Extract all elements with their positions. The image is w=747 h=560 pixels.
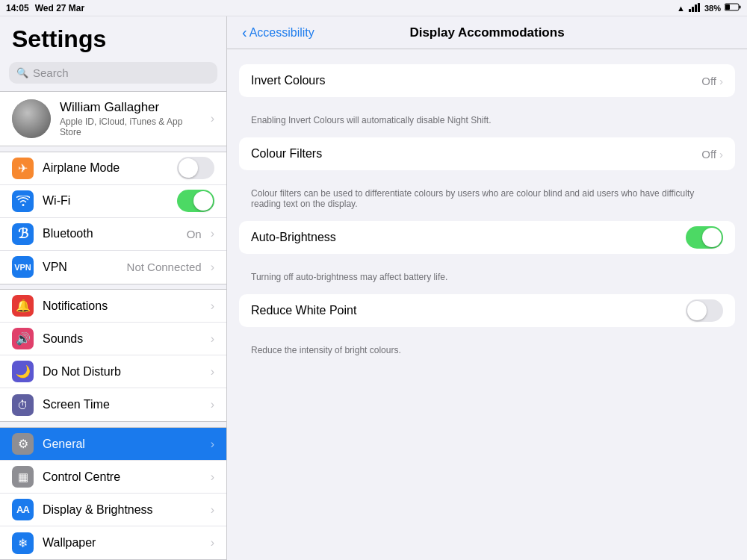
svg-rect-6 — [725, 4, 730, 10]
sidebar-item-wifi[interactable]: Wi-Fi — [0, 185, 226, 218]
general-group: ⚙ General › ▦ Control Centre › AA Displa… — [0, 427, 226, 560]
sidebar-divider-3 — [0, 422, 226, 427]
auto-brightness-label: Auto-Brightness — [251, 222, 677, 253]
sidebar-item-wallpaper[interactable]: ❄ Wallpaper › — [0, 526, 226, 559]
content-scroll: Invert Colours Off › Enabling Invert Col… — [227, 49, 747, 560]
invert-colours-value: Off › — [701, 75, 723, 87]
reduce-white-point-label: Reduce White Point — [251, 295, 677, 326]
bluetooth-chevron: › — [211, 227, 214, 240]
bluetooth-icon: ℬ — [12, 223, 34, 245]
wifi-toggle[interactable] — [177, 190, 214, 212]
battery-icon — [725, 3, 741, 13]
wifi-label: Wi-Fi — [43, 194, 168, 208]
displaybrightness-icon: AA — [12, 499, 34, 520]
connectivity-group: ✈ Airplane Mode Wi-Fi ℬ — [0, 152, 226, 284]
colour-filters-row[interactable]: Colour Filters Off › — [239, 137, 735, 170]
airplane-icon: ✈ — [12, 158, 34, 179]
wallpaper-chevron: › — [211, 536, 214, 550]
profile-chevron: › — [211, 112, 214, 125]
general-icon: ⚙ — [12, 433, 34, 455]
colour-filters-note: Colour filters can be used to differenti… — [239, 185, 735, 221]
reduce-white-point-group: Reduce White Point — [239, 294, 735, 327]
controlcentre-chevron: › — [211, 470, 214, 484]
auto-brightness-toggle[interactable] — [686, 226, 723, 249]
sidebar-item-notifications[interactable]: 🔔 Notifications › — [0, 290, 226, 323]
svg-rect-2 — [695, 4, 697, 12]
battery-percent: 38% — [704, 4, 721, 13]
sidebar-item-controlcentre[interactable]: ▦ Control Centre › — [0, 461, 226, 494]
notifications-label: Notifications — [43, 299, 202, 313]
sounds-chevron: › — [211, 332, 214, 346]
wallpaper-label: Wallpaper — [43, 536, 202, 550]
signal-icon — [689, 3, 701, 13]
sounds-icon: 🔊 — [12, 328, 34, 349]
colour-filters-value: Off › — [701, 148, 723, 161]
status-bar: 14:05 Wed 27 Mar ▲ 38% — [0, 0, 747, 16]
notifications-chevron: › — [211, 299, 214, 313]
vpn-label: VPN — [43, 261, 118, 274]
vpn-value: Not Connected — [127, 261, 202, 273]
displaybrightness-label: Display & Brightness — [43, 503, 202, 517]
sidebar-item-vpn[interactable]: VPN VPN Not Connected › — [0, 251, 226, 284]
avatar — [12, 99, 51, 138]
sidebar-item-airplane[interactable]: ✈ Airplane Mode — [0, 152, 226, 185]
bluetooth-label: Bluetooth — [43, 227, 178, 240]
sidebar-item-bluetooth[interactable]: ℬ Bluetooth On › — [0, 218, 226, 251]
sidebar-item-donotdisturb[interactable]: 🌙 Do Not Disturb › — [0, 355, 226, 388]
search-container[interactable]: 🔍 Search — [0, 59, 226, 91]
svg-rect-3 — [698, 3, 700, 12]
settings-title: Settings — [0, 16, 226, 59]
invert-colours-group: Invert Colours Off › — [239, 64, 735, 97]
sidebar-divider-1 — [0, 146, 226, 152]
profile-row[interactable]: William Gallagher Apple ID, iCloud, iTun… — [0, 91, 226, 146]
back-label: Accessibility — [249, 26, 314, 40]
donotdisturb-icon: 🌙 — [12, 361, 34, 382]
search-placeholder: Search — [33, 66, 69, 79]
invert-colours-row[interactable]: Invert Colours Off › — [239, 64, 735, 97]
main-container: Settings 🔍 Search William Gallagher Appl… — [0, 16, 747, 560]
auto-brightness-row: Auto-Brightness — [239, 221, 735, 254]
reduce-white-point-note: Reduce the intensity of bright colours. — [239, 342, 735, 367]
notifications-group: 🔔 Notifications › 🔊 Sounds › 🌙 Do Not Di… — [0, 289, 226, 422]
sidebar: Settings 🔍 Search William Gallagher Appl… — [0, 16, 227, 560]
airplane-label: Airplane Mode — [43, 161, 168, 175]
controlcentre-icon: ▦ — [12, 466, 34, 488]
colour-filters-label: Colour Filters — [251, 138, 692, 169]
sidebar-item-general[interactable]: ⚙ General › — [0, 428, 226, 461]
nav-bar: ‹ Accessibility Display Accommodations — [227, 16, 747, 49]
svg-rect-1 — [692, 7, 694, 12]
colour-filters-chevron: › — [719, 148, 723, 161]
donotdisturb-chevron: › — [211, 365, 214, 379]
invert-colours-label: Invert Colours — [251, 65, 692, 96]
invert-colours-chevron: › — [719, 75, 723, 87]
wifi-icon-sidebar — [12, 190, 34, 212]
auto-brightness-note: Turning off auto-brightness may affect b… — [239, 269, 735, 294]
donotdisturb-label: Do Not Disturb — [43, 365, 202, 379]
vpn-icon: VPN — [12, 256, 34, 278]
reduce-white-point-toggle[interactable] — [686, 299, 723, 322]
nav-title: Display Accommodations — [409, 25, 564, 40]
sounds-label: Sounds — [43, 332, 202, 346]
sidebar-item-screentime[interactable]: ⏱ Screen Time › — [0, 388, 226, 421]
sidebar-item-sounds[interactable]: 🔊 Sounds › — [0, 323, 226, 355]
displaybrightness-chevron: › — [211, 503, 214, 517]
wallpaper-icon: ❄ — [12, 532, 34, 554]
profile-subtitle: Apple ID, iCloud, iTunes & App Store — [60, 116, 202, 137]
airplane-toggle[interactable] — [177, 157, 214, 179]
bluetooth-value: On — [187, 228, 202, 240]
sidebar-item-displaybrightness[interactable]: AA Display & Brightness › — [0, 494, 226, 526]
nav-back-button[interactable]: ‹ Accessibility — [242, 24, 314, 41]
search-box[interactable]: 🔍 Search — [9, 62, 217, 84]
notifications-icon: 🔔 — [12, 295, 34, 317]
screentime-chevron: › — [211, 398, 214, 411]
search-icon: 🔍 — [16, 67, 28, 78]
controlcentre-label: Control Centre — [43, 470, 202, 484]
sidebar-divider-2 — [0, 284, 226, 290]
svg-rect-0 — [689, 9, 691, 12]
invert-colours-note: Enabling Invert Colours will automatical… — [239, 112, 735, 137]
wifi-icon: ▲ — [677, 4, 685, 13]
screentime-icon: ⏱ — [12, 394, 34, 416]
vpn-chevron: › — [211, 261, 214, 274]
general-label: General — [43, 438, 202, 451]
svg-rect-5 — [740, 6, 741, 9]
